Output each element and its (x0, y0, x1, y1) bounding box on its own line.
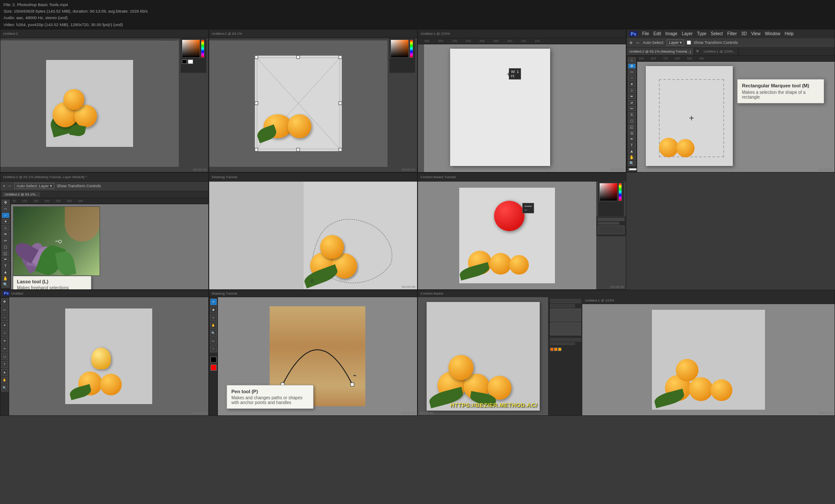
menu-file[interactable]: File (642, 31, 649, 36)
move-tool-5[interactable]: ✥ (2, 200, 10, 206)
menu-view[interactable]: View (751, 31, 761, 36)
tab-untitled2[interactable]: Untitled-2 @ 63.1% (Masking Tutorial...) (627, 48, 694, 55)
menu-layer[interactable]: Layer (682, 31, 693, 36)
timestamp-10: 00:09:46 (420, 411, 433, 415)
panel-9: Masking Tutorial ✒ ◆ ◇ ✋ 🔍 ▭ ○ (209, 290, 418, 416)
panel-3: Untitled-1 @ 223% 9008007006005004003002… (418, 29, 626, 172)
tab-close[interactable]: ✕ (694, 49, 701, 53)
heal-tool[interactable]: ⌀ (628, 100, 636, 105)
panels-grid: Untitled-2 LBattery (0, 29, 835, 455)
pen-5[interactable]: ✒ (2, 257, 10, 262)
canvas-area-7: ═══─ (418, 182, 596, 289)
tab-untitled1[interactable]: Untitled-1 @ 223%... (701, 48, 739, 55)
eraser-5[interactable]: ◻ (2, 244, 10, 250)
rect-marquee-tool[interactable]: ▭ (628, 70, 636, 74)
bezier-url-text: HTTPS://BEZIER.METHOD.AC/ (429, 402, 538, 408)
tool-11-8[interactable]: ✋ (1, 377, 8, 384)
direct-tool-9[interactable]: ◇ (210, 314, 217, 321)
hand-tool[interactable]: ✋ (628, 155, 636, 160)
canvas-area-3: + W: 1H: (424, 44, 626, 172)
menu-select[interactable]: Select (711, 31, 723, 36)
svg-rect-10 (297, 148, 300, 151)
brush-5[interactable]: ✏ (2, 238, 10, 243)
measure-tooltip: W: 1H: (509, 68, 521, 80)
color-picker-2 (389, 38, 415, 73)
tool-10-8[interactable]: ▲ (1, 369, 8, 376)
eyedrop-5[interactable]: ✒ (2, 232, 10, 237)
rect-frame-9[interactable]: ▭ (210, 338, 217, 345)
canvas-area-2 (209, 40, 387, 167)
panel-7: Content Aware Tutorial ═══─ (418, 172, 626, 290)
timestamp-1: 00:00:10 (193, 168, 207, 172)
eyedropper-tool[interactable]: ✒ (628, 94, 636, 99)
auto-select-label: Auto-Select: (643, 40, 664, 45)
panels-right-10 (548, 297, 583, 415)
blur-tool[interactable]: ◎ (628, 130, 636, 136)
show-transform-checkbox[interactable] (687, 40, 691, 45)
zoom-5[interactable]: 🔍 (2, 282, 10, 288)
menu-filter[interactable]: Filter (727, 31, 737, 36)
shape-5[interactable]: ▲ (2, 269, 10, 275)
tool-4-8[interactable]: ✦ (1, 322, 8, 329)
brush-tool[interactable]: ✏ (628, 106, 636, 111)
lasso-tooltip-name: Lasso tool (L) (17, 279, 87, 284)
panel5-header: Untitled-2 @ 63.1% (Masking Tutorial, La… (0, 173, 208, 182)
svg-rect-8 (255, 102, 258, 105)
wand-5[interactable]: ✦ (2, 219, 10, 225)
gradient-5[interactable]: ◱ (2, 250, 10, 256)
anchor-tool-9[interactable]: ◆ (210, 306, 217, 313)
menu-type[interactable]: Type (697, 31, 707, 36)
ellipse-9[interactable]: ○ (210, 345, 217, 352)
text-tool[interactable]: T (628, 143, 636, 148)
magic-wand-tool[interactable]: ✦ (628, 82, 636, 87)
red-circle (494, 201, 524, 231)
shape-tool[interactable]: ▲ (628, 149, 636, 154)
svg-rect-12 (351, 383, 354, 386)
tool-sidebar-9: ✒ ◆ ◇ ✋ 🔍 ▭ ○ (209, 297, 218, 415)
tool-8-8[interactable]: ◻ (1, 353, 8, 360)
clone-tool[interactable]: ⎘ (628, 112, 636, 117)
menu-help[interactable]: Help (785, 31, 794, 36)
crop-5[interactable]: ⊹ (2, 225, 10, 231)
menu-window[interactable]: Window (765, 31, 781, 36)
rect-select-5[interactable]: ▭ (2, 206, 10, 212)
panel1-header: Untitled-2 (0, 30, 208, 38)
tool-7-8[interactable]: ✏ (1, 345, 8, 352)
tool-9-8[interactable]: T (1, 361, 8, 368)
hand-tool-9[interactable]: ✋ (210, 322, 217, 329)
tool-2-8[interactable]: ▭ (1, 306, 8, 313)
panel-5: Untitled-2 @ 63.1% (Masking Tutorial, La… (0, 172, 209, 290)
info-line3: Audio: aac, 48000 Hz, stereo (und) (3, 14, 832, 21)
menu-3d[interactable]: 3D (741, 31, 747, 36)
lasso-5[interactable]: ⌢ (2, 212, 10, 218)
hand-5[interactable]: ✋ (2, 276, 10, 282)
eraser-tool[interactable]: ◻ (628, 118, 636, 123)
tool-12-8[interactable]: 🔍 (1, 385, 8, 391)
panel2-header: Untitled-2 @ 63.1% (209, 30, 417, 38)
tool-sidebar-8: ✥ ▭ ⌢ ✦ ⊹ ✒ ✏ ◻ T ▲ ✋ 🔍 (0, 297, 9, 415)
crop-tool[interactable]: ⊹ (628, 88, 636, 93)
text-5[interactable]: T (2, 263, 10, 269)
tool-3-8[interactable]: ⌢ (1, 314, 8, 321)
menu-edit[interactable]: Edit (654, 31, 661, 36)
top-info-bar: File: 2. Photoshop Basic Tools.mp4 Size:… (0, 0, 835, 29)
pen-tool[interactable]: ✒ (628, 136, 636, 142)
move-tool[interactable]: ✥ (628, 63, 636, 69)
pen-tool-9[interactable]: ✒ (210, 298, 217, 305)
zoom-tool-9[interactable]: 🔍 (210, 330, 217, 337)
lasso-tool[interactable]: ⌢ (628, 75, 636, 81)
tool-1-8[interactable]: ✥ (1, 298, 8, 305)
tool-6-8[interactable]: ✒ (1, 338, 8, 345)
lasso-tooltip-desc: Makes freehand selections (17, 285, 87, 289)
svg-rect-4 (339, 56, 342, 59)
tab-bar-4: Untitled-2 @ 63.1% (Masking Tutorial...)… (627, 48, 835, 56)
info-line1: File: 2. Photoshop Basic Tools.mp4 (3, 1, 832, 8)
zoom-tool[interactable]: 🔍 (628, 161, 636, 166)
panel-6: Masking Tutorial ◎ 00:05:30 (209, 172, 418, 290)
panel-2: Untitled-2 @ 63.1% (209, 29, 418, 172)
tool-5-8[interactable]: ⊹ (1, 330, 8, 337)
home-icon[interactable]: ⌂ (628, 57, 636, 63)
timestamp-right-10: 00:09:46 (819, 411, 833, 415)
menu-image[interactable]: Image (665, 31, 678, 36)
gradient-tool[interactable]: ◱ (628, 124, 636, 129)
